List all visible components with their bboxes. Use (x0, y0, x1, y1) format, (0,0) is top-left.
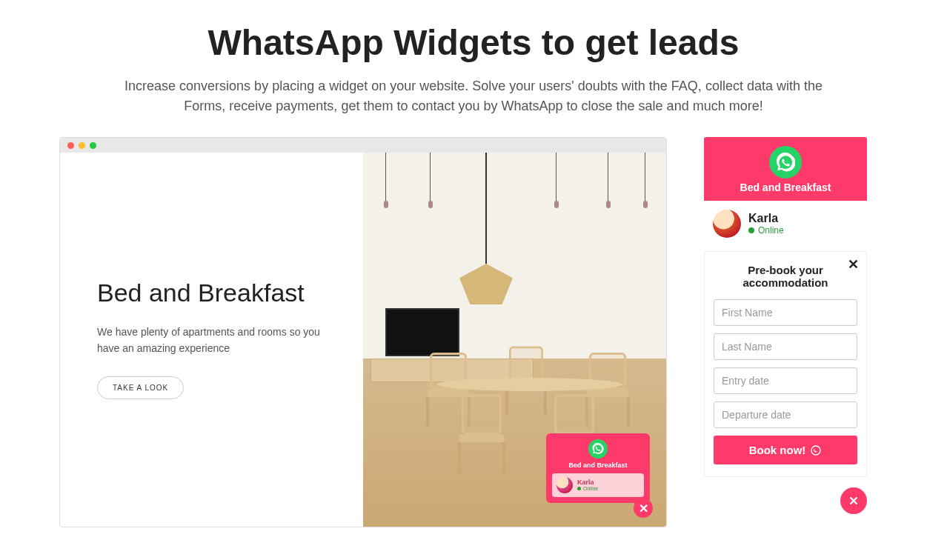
agent-status: Online (748, 225, 784, 236)
widget-header: Bed and Breakfast (704, 137, 867, 201)
page-subhead: Increase conversions by placing a widget… (103, 76, 844, 116)
browser-titlebar (60, 138, 666, 153)
window-close-dot (67, 142, 74, 149)
prebook-form: ✕ Pre-book your accommodation Book now! (704, 251, 867, 477)
take-a-look-button[interactable]: TAKE A LOOK (97, 376, 184, 399)
avatar (556, 477, 573, 493)
last-name-field[interactable] (714, 333, 857, 360)
book-now-button[interactable]: Book now! (714, 436, 857, 464)
close-icon (847, 494, 860, 507)
window-min-dot (79, 142, 85, 149)
agent-name: Karla (748, 212, 784, 225)
widget-panel: Bed and Breakfast Karla Online ✕ Pre-boo… (704, 137, 867, 514)
widget-close-button[interactable] (840, 487, 867, 514)
mini-widget-brand: Bed and Breakfast (552, 461, 644, 469)
first-name-field[interactable] (714, 299, 857, 326)
page-headline: WhatsApp Widgets to get leads (59, 22, 888, 63)
mini-agent-status: Online (577, 486, 598, 491)
agent-card[interactable]: Karla Online (704, 201, 867, 247)
svg-point-0 (811, 446, 820, 455)
whatsapp-icon (588, 439, 608, 459)
hero-title: Bed and Breakfast (97, 279, 333, 307)
form-close-button[interactable]: ✕ (848, 256, 859, 273)
hero-desc: We have plenty of apartments and rooms s… (97, 324, 333, 357)
mini-agent-name: Karla (577, 479, 598, 486)
browser-mock: Bed and Breakfast We have plenty of apar… (59, 137, 667, 527)
departure-date-field[interactable] (714, 401, 857, 428)
mini-close-button[interactable]: ✕ (634, 499, 653, 518)
window-max-dot (90, 142, 96, 149)
widget-brand: Bed and Breakfast (711, 181, 860, 193)
avatar (713, 210, 741, 238)
form-title: Pre-book your accommodation (714, 264, 857, 289)
mini-agent-card[interactable]: Karla Online (552, 473, 644, 497)
mini-chat-widget[interactable]: Bed and Breakfast Karla Online ✕ (546, 433, 650, 503)
hero-image: Bed and Breakfast Karla Online ✕ (363, 153, 666, 527)
entry-date-field[interactable] (714, 367, 857, 394)
book-now-label: Book now! (749, 444, 806, 456)
whatsapp-icon (810, 444, 822, 456)
whatsapp-icon (769, 146, 802, 179)
